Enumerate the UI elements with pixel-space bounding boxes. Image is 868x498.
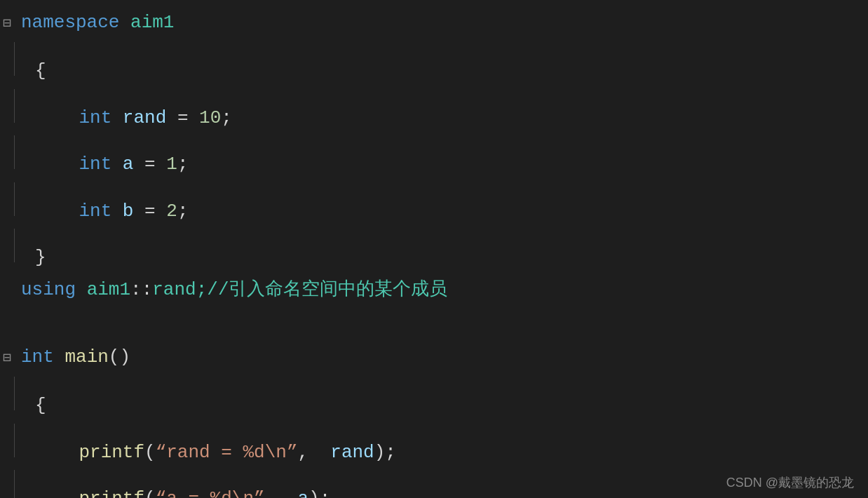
empty-line (0, 308, 868, 342)
keyword-int-main: int (21, 346, 54, 368)
keyword-int: int (79, 201, 111, 222)
vertical-guide (14, 89, 15, 123)
code-content-main: int main() (14, 343, 868, 372)
guide-line (14, 42, 28, 76)
semicolon: ; (177, 154, 189, 175)
using-path: aim1 (87, 279, 130, 300)
vertical-guide (14, 229, 15, 262)
str-rand: “rand = %d\n” (156, 442, 298, 463)
paren: ( (144, 442, 156, 463)
paren2: ( (144, 488, 156, 498)
comma: , (298, 442, 331, 463)
paren-close2: ); (308, 488, 330, 498)
fold-indicator-namespace[interactable]: ⊟ (0, 13, 14, 35)
code-content-rand: int rand = 10; (28, 104, 868, 133)
keyword-int: int (79, 107, 111, 128)
var-rand: rand (123, 107, 166, 128)
code-line-b: int b = 2; (0, 181, 868, 228)
fold-indicator-main[interactable]: ⊟ (0, 347, 14, 370)
namespace-name: aim1 (130, 12, 174, 33)
num-1: 1 (166, 154, 177, 175)
vertical-guide (14, 377, 15, 410)
vertical-guide (14, 42, 15, 76)
num-2: 2 (166, 201, 177, 222)
guide-line (14, 182, 28, 216)
num-10: 10 (199, 107, 221, 128)
code-line-namespace: ⊟ namespace aim1 (0, 7, 868, 41)
guide-line (14, 377, 28, 410)
brace-open: { (28, 57, 868, 86)
func-printf2: printf (79, 488, 144, 498)
code-line-main: ⊟ int main() (0, 342, 868, 375)
op: = (177, 107, 199, 128)
vertical-guide (14, 135, 15, 169)
paren-close: ); (374, 442, 396, 463)
guide-line (14, 135, 28, 169)
vertical-guide (14, 470, 15, 498)
guide-line (14, 424, 28, 457)
vertical-guide (14, 424, 15, 457)
keyword-using: using (21, 279, 76, 300)
code-content-b: int b = 2; (28, 197, 868, 227)
func-printf: printf (79, 442, 144, 463)
var-a: a (123, 154, 134, 175)
guide-line (14, 470, 28, 498)
var-b: b (123, 201, 134, 222)
guide-line (14, 89, 28, 123)
code-line-main-open: { (0, 375, 868, 422)
code-line-open-brace-1: { (0, 41, 868, 88)
code-line-rand: int rand = 10; (0, 88, 868, 135)
branding: CSDN @戴墨镜的恐龙 (726, 474, 854, 491)
vertical-guide (14, 182, 15, 216)
comment: ;//引入命名空间中的某个成员 (196, 279, 448, 300)
arg-rand: rand (330, 442, 374, 463)
code-line-using: using aim1::rand;//引入命名空间中的某个成员 (0, 274, 868, 308)
main-brace-open: { (28, 391, 868, 421)
keyword-namespace: namespace (21, 12, 119, 33)
code-line-a: int a = 1; (0, 134, 868, 181)
func-main: main (65, 346, 108, 368)
semicolon: ; (221, 107, 232, 128)
op: = (144, 201, 166, 222)
str-a: “a = %d\n” (156, 488, 265, 498)
using-member: rand (152, 279, 196, 300)
code-content-printf1: printf(“rand = %d\n”, rand); (28, 438, 868, 468)
var-a-error: a (298, 488, 309, 498)
comma2: , (265, 488, 298, 498)
parens: () (109, 346, 130, 368)
op: = (144, 154, 166, 175)
code-line-close-brace-1: } (0, 227, 868, 274)
keyword-int: int (79, 154, 111, 175)
semicolon: ; (177, 201, 189, 222)
code-line-printf1: printf(“rand = %d\n”, rand); (0, 422, 868, 469)
guide-line (14, 229, 28, 262)
scope-op: :: (130, 279, 152, 300)
code-content-namespace: namespace aim1 (14, 8, 868, 38)
code-content-a: int a = 1; (28, 150, 868, 180)
code-editor: ⊟ namespace aim1 { int rand = 10; int a … (0, 0, 868, 498)
brace-close: } (28, 243, 868, 273)
code-content-using: using aim1::rand;//引入命名空间中的某个成员 (14, 276, 868, 305)
